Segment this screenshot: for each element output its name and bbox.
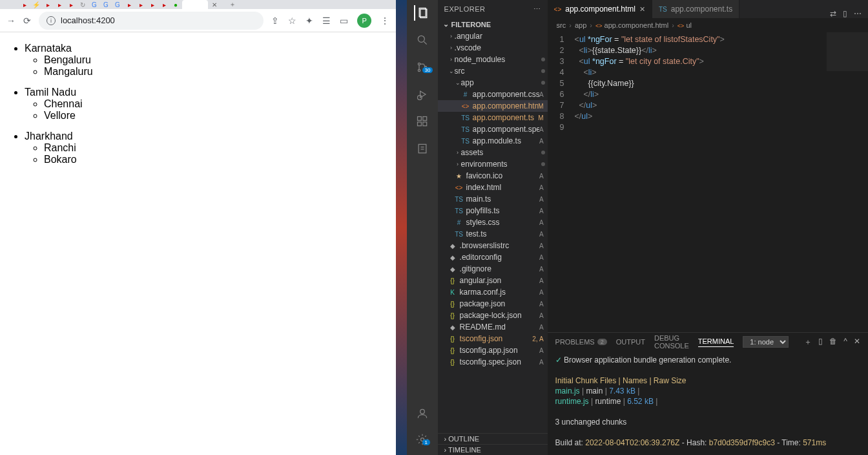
reading-list-icon[interactable]: ☰ bbox=[322, 16, 331, 26]
state-item: Tamil NaduChennaiVellore bbox=[25, 87, 389, 122]
tab-debug[interactable]: DEBUG CONSOLE bbox=[654, 334, 689, 350]
settings-icon[interactable]: 1 bbox=[415, 432, 430, 447]
extensions-icon[interactable]: ✦ bbox=[305, 16, 313, 26]
file-item[interactable]: #styles.cssA bbox=[438, 217, 548, 228]
code-content[interactable]: <ul *ngFor = "let state of listofStatesC… bbox=[570, 32, 868, 332]
editor-tab[interactable]: TSapp.component.ts bbox=[652, 0, 739, 18]
close-panel-icon[interactable]: ✕ bbox=[854, 337, 860, 348]
timeline-section[interactable]: › TIMELINE bbox=[438, 444, 548, 455]
breadcrumbs[interactable]: src›app›<> app.component.html›<> ul bbox=[548, 18, 868, 32]
svg-point-4 bbox=[418, 63, 420, 65]
file-item[interactable]: ◆.browserslistrcA bbox=[438, 240, 548, 251]
tab-icon: ▸ bbox=[66, 1, 76, 8]
nav-forward-icon[interactable]: → bbox=[6, 16, 16, 26]
terminal-panel: PROBLEMS 2 OUTPUT DEBUG CONSOLE TERMINAL… bbox=[548, 332, 868, 455]
file-item[interactable]: TSapp.component.spec.tsA bbox=[438, 123, 548, 135]
minimap[interactable] bbox=[827, 32, 868, 71]
split-editor-icon[interactable]: ▯ bbox=[843, 9, 847, 18]
tab-icon: ● bbox=[170, 1, 181, 8]
url-field[interactable]: i localhost:4200 bbox=[39, 12, 264, 30]
file-item[interactable]: ★favicon.icoA bbox=[438, 170, 548, 182]
tab-icon: ⚡ bbox=[31, 1, 41, 8]
breadcrumb-item[interactable]: <> app.component.html bbox=[595, 21, 668, 29]
breadcrumb-item[interactable]: src bbox=[557, 21, 566, 29]
window-divider bbox=[396, 0, 406, 455]
activity-bar: 30 1 bbox=[407, 0, 438, 455]
city-item: Bengaluru bbox=[44, 54, 389, 66]
svg-line-3 bbox=[424, 42, 426, 45]
tab-output[interactable]: OUTPUT bbox=[616, 338, 645, 346]
kill-terminal-icon[interactable]: 🗑 bbox=[829, 337, 837, 348]
breadcrumb-item[interactable]: app bbox=[575, 21, 586, 29]
tab-terminal[interactable]: TERMINAL bbox=[698, 337, 734, 347]
file-item[interactable]: {}tsconfig.app.jsonA bbox=[438, 344, 548, 356]
file-item[interactable]: TSapp.component.tsM bbox=[438, 112, 548, 123]
breadcrumb-item[interactable]: <> ul bbox=[677, 21, 692, 29]
file-item[interactable]: {}tsconfig.spec.jsonA bbox=[438, 356, 548, 368]
accounts-icon[interactable] bbox=[415, 406, 430, 421]
scm-icon[interactable]: 30 bbox=[415, 59, 430, 75]
explorer-sidebar: EXPLORER ⋯ ⌄FILTERONE ›.angular›.vscode›… bbox=[438, 0, 548, 455]
new-terminal-icon[interactable]: ＋ bbox=[804, 337, 812, 348]
editor-area: <>app.component.html✕TSapp.component.ts⇄… bbox=[548, 0, 868, 455]
search-icon[interactable] bbox=[415, 32, 430, 48]
terminal-shell-select[interactable]: 1: node bbox=[743, 336, 789, 348]
more-icon[interactable]: ⋯ bbox=[854, 9, 862, 18]
city-item: Vellore bbox=[44, 110, 389, 122]
split-terminal-icon[interactable]: ▯ bbox=[818, 337, 823, 348]
project-name[interactable]: ⌄FILTERONE bbox=[438, 18, 548, 30]
vscode-pane: 30 1 EXPLORER ⋯ ⌄FILTERONE ›.angular›.vs… bbox=[407, 0, 868, 455]
compare-icon[interactable]: ⇄ bbox=[830, 9, 836, 18]
close-tab-icon[interactable]: ✕ bbox=[209, 1, 220, 8]
site-info-icon[interactable]: i bbox=[46, 16, 56, 25]
folder-item[interactable]: ⌄src bbox=[438, 65, 548, 77]
reload-icon[interactable]: ⟳ bbox=[23, 16, 31, 26]
bookmark-icon[interactable]: ☆ bbox=[288, 16, 296, 26]
file-item[interactable]: ◆README.mdA bbox=[438, 321, 548, 333]
folder-item[interactable]: ›assets bbox=[438, 147, 548, 158]
file-item[interactable]: {}tsconfig.json2, A bbox=[438, 333, 548, 344]
folder-item[interactable]: ›.vscode bbox=[438, 42, 548, 54]
file-item[interactable]: {}angular.jsonA bbox=[438, 275, 548, 286]
tab-icon: ▸ bbox=[19, 1, 30, 8]
folder-item[interactable]: ⌄app bbox=[438, 77, 548, 89]
file-item[interactable]: Kkarma.conf.jsA bbox=[438, 286, 548, 298]
file-item[interactable]: ◆.editorconfigA bbox=[438, 251, 548, 263]
url-text: localhost:4200 bbox=[61, 16, 115, 25]
tab-problems[interactable]: PROBLEMS 2 bbox=[555, 338, 607, 346]
profile-avatar[interactable]: P bbox=[357, 14, 371, 28]
file-item[interactable]: TSapp.module.tsA bbox=[438, 135, 548, 147]
folder-item[interactable]: ›node_modules bbox=[438, 54, 548, 65]
close-tab-icon[interactable]: ✕ bbox=[639, 5, 645, 14]
file-item[interactable]: TSpolyfills.tsA bbox=[438, 205, 548, 217]
folder-item[interactable]: ›environments bbox=[438, 158, 548, 170]
active-tab[interactable] bbox=[182, 0, 208, 9]
tab-icon: ▸ bbox=[54, 1, 65, 8]
file-item[interactable]: {}package-lock.jsonA bbox=[438, 310, 548, 321]
extensions-icon[interactable] bbox=[415, 114, 430, 129]
gutter: 123456789 bbox=[548, 32, 570, 332]
file-item[interactable]: TStest.tsA bbox=[438, 228, 548, 240]
share-icon[interactable]: ⇪ bbox=[271, 16, 279, 26]
file-item[interactable]: <>app.component.htmlM bbox=[438, 100, 548, 112]
city-item: Ranchi bbox=[44, 142, 389, 154]
folder-item[interactable]: ›.angular bbox=[438, 30, 548, 42]
debug-icon[interactable] bbox=[415, 87, 430, 102]
file-item[interactable]: #app.component.cssA bbox=[438, 89, 548, 100]
new-tab-icon[interactable]: ＋ bbox=[227, 1, 238, 8]
maximize-icon[interactable]: ^ bbox=[843, 337, 847, 348]
terminal-body[interactable]: ✓ Browser application bundle generation … bbox=[548, 351, 868, 455]
menu-icon[interactable]: ⋮ bbox=[380, 16, 389, 26]
editor-tab[interactable]: <>app.component.html✕ bbox=[548, 0, 652, 18]
svg-point-2 bbox=[418, 36, 424, 42]
outline-section[interactable]: › OUTLINE bbox=[438, 433, 548, 444]
testing-icon[interactable] bbox=[415, 141, 430, 156]
code-editor[interactable]: 123456789 <ul *ngFor = "let state of lis… bbox=[548, 32, 868, 332]
file-item[interactable]: <>index.htmlA bbox=[438, 182, 548, 193]
file-item[interactable]: ◆.gitignoreA bbox=[438, 263, 548, 275]
panel-icon[interactable]: ▭ bbox=[340, 16, 348, 26]
file-item[interactable]: TSmain.tsA bbox=[438, 193, 548, 205]
explorer-icon[interactable] bbox=[414, 5, 429, 21]
file-item[interactable]: {}package.jsonA bbox=[438, 298, 548, 310]
explorer-menu-icon[interactable]: ⋯ bbox=[533, 5, 541, 14]
